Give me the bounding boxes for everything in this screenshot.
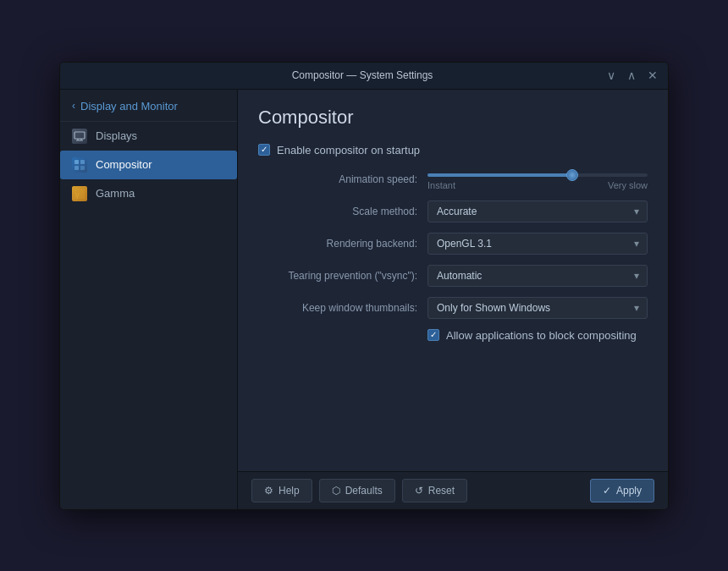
gamma-icon: γ <box>72 186 87 201</box>
compositor-label: Compositor <box>96 158 152 171</box>
gamma-label: Gamma <box>96 187 135 200</box>
allow-block-checkbox-row: Allow applications to block compositing <box>427 329 648 342</box>
close-button[interactable]: ✕ <box>644 67 661 84</box>
scale-method-wrapper: Accurate Smooth Crisp Retro <box>427 200 648 222</box>
titlebar: Compositor — System Settings ∨ ∧ ✕ <box>60 63 668 90</box>
scale-method-row: Scale method: Accurate Smooth Crisp Retr… <box>258 200 648 222</box>
enable-compositor-label: Enable compositor on startup <box>277 144 420 156</box>
scale-method-control: Accurate Smooth Crisp Retro <box>427 200 648 222</box>
animation-speed-control: Instant Very slow <box>427 168 648 190</box>
maximize-button[interactable]: ∧ <box>624 67 639 84</box>
allow-block-label: Allow applications to block compositing <box>446 329 637 342</box>
content-panel: Compositor Enable compositor on startup … <box>238 90 668 509</box>
rendering-backend-control: OpenGL 3.1 OpenGL 2.0 XRender <box>427 233 648 255</box>
defaults-icon: ⬡ <box>332 485 340 497</box>
scale-method-label: Scale method: <box>258 206 427 217</box>
back-arrow-icon: ‹ <box>72 100 75 112</box>
reset-label: Reset <box>428 485 455 497</box>
bottom-bar: ⚙ Help ⬡ Defaults ↺ Reset ✓ Apply <box>238 471 668 509</box>
rendering-backend-row: Rendering backend: OpenGL 3.1 OpenGL 2.0… <box>258 233 648 255</box>
svg-text:γ: γ <box>75 190 80 199</box>
allow-block-checkbox[interactable] <box>427 329 439 341</box>
tearing-prevention-label: Tearing prevention ("vsync"): <box>258 270 427 282</box>
svg-rect-6 <box>74 166 79 170</box>
main-content: ‹ Display and Monitor Displays <box>60 90 668 509</box>
enable-compositor-checkbox[interactable] <box>258 144 270 156</box>
svg-rect-4 <box>74 160 79 164</box>
defaults-button[interactable]: ⬡ Defaults <box>319 479 395 502</box>
slider-fill <box>427 173 571 177</box>
defaults-label: Defaults <box>345 485 383 497</box>
reset-icon: ↺ <box>415 485 423 497</box>
help-label: Help <box>279 485 300 497</box>
bottom-left-buttons: ⚙ Help ⬡ Defaults ↺ Reset <box>251 479 467 502</box>
help-button[interactable]: ⚙ Help <box>251 479 312 502</box>
compositor-icon <box>72 157 87 173</box>
enable-compositor-row: Enable compositor on startup <box>258 144 648 156</box>
rendering-backend-label: Rendering backend: <box>258 238 427 250</box>
keep-thumbnails-control: Only for Shown Windows Always Never <box>427 297 648 319</box>
apply-button[interactable]: ✓ Apply <box>590 479 654 502</box>
keep-thumbnails-row: Keep window thumbnails: Only for Shown W… <box>258 297 648 319</box>
allow-block-row: Allow applications to block compositing <box>258 329 648 342</box>
apply-label: Apply <box>616 485 642 497</box>
animation-speed-label: Animation speed: <box>258 173 427 185</box>
scale-method-select[interactable]: Accurate Smooth Crisp Retro <box>427 200 648 222</box>
tearing-prevention-select[interactable]: Automatic Never Always <box>427 265 648 287</box>
sidebar-item-displays[interactable]: Displays <box>60 122 237 151</box>
sidebar: ‹ Display and Monitor Displays <box>60 90 238 509</box>
window-controls: ∨ ∧ ✕ <box>604 67 661 84</box>
displays-icon <box>72 129 87 144</box>
page-title: Compositor <box>258 107 648 129</box>
main-window: Compositor — System Settings ∨ ∧ ✕ ‹ Dis… <box>59 62 669 510</box>
slider-track[interactable] <box>427 173 648 177</box>
panel-body: Compositor Enable compositor on startup … <box>238 90 668 471</box>
allow-block-control: Allow applications to block compositing <box>427 329 648 342</box>
tearing-prevention-row: Tearing prevention ("vsync"): Automatic … <box>258 265 648 287</box>
slider-thumb[interactable] <box>566 169 578 181</box>
animation-speed-row: Animation speed: Instant Very slow <box>258 168 648 190</box>
slider-min-label: Instant <box>427 180 455 190</box>
keep-thumbnails-label: Keep window thumbnails: <box>258 302 427 314</box>
displays-label: Displays <box>96 129 137 142</box>
svg-rect-5 <box>80 160 85 164</box>
back-label: Display and Monitor <box>80 100 178 113</box>
help-icon: ⚙ <box>264 485 273 497</box>
keep-thumbnails-select[interactable]: Only for Shown Windows Always Never <box>427 297 648 319</box>
sidebar-item-compositor[interactable]: Compositor <box>60 151 237 179</box>
keep-thumbnails-wrapper: Only for Shown Windows Always Never <box>427 297 648 319</box>
minimize-button[interactable]: ∨ <box>604 67 619 84</box>
slider-max-label: Very slow <box>608 180 648 190</box>
slider-labels: Instant Very slow <box>427 180 648 190</box>
svg-rect-0 <box>74 132 85 139</box>
apply-icon: ✓ <box>603 485 611 497</box>
tearing-prevention-wrapper: Automatic Never Always <box>427 265 648 287</box>
rendering-backend-wrapper: OpenGL 3.1 OpenGL 2.0 XRender <box>427 233 648 255</box>
tearing-prevention-control: Automatic Never Always <box>427 265 648 287</box>
reset-button[interactable]: ↺ Reset <box>402 479 467 502</box>
sidebar-item-gamma[interactable]: γ Gamma <box>60 179 237 208</box>
rendering-backend-select[interactable]: OpenGL 3.1 OpenGL 2.0 XRender <box>427 233 648 255</box>
window-title: Compositor — System Settings <box>121 69 604 81</box>
svg-rect-7 <box>80 166 85 170</box>
back-button[interactable]: ‹ Display and Monitor <box>60 90 237 122</box>
